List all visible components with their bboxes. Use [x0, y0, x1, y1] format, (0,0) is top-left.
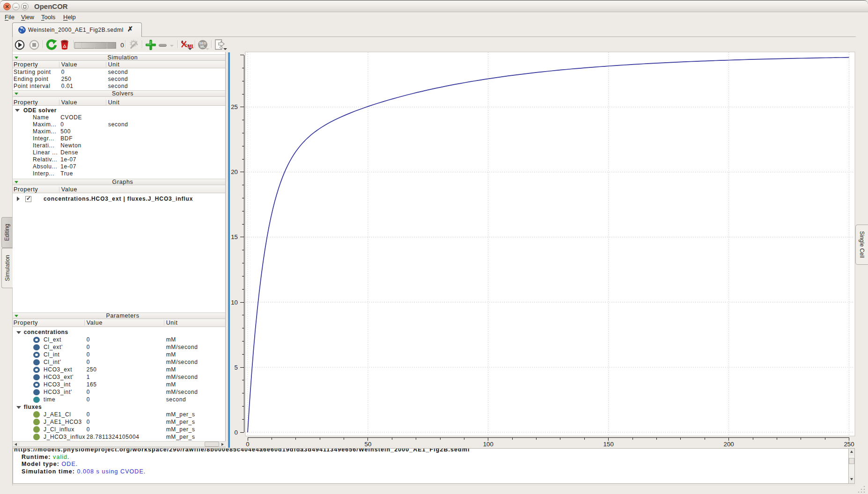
svg-text:20: 20	[231, 168, 238, 175]
svg-text:25: 25	[231, 103, 238, 110]
svg-text:250: 250	[844, 441, 854, 448]
svg-text:200: 200	[724, 441, 734, 448]
svg-text:150: 150	[603, 441, 614, 448]
svg-text:10: 10	[231, 299, 238, 306]
svg-text:5: 5	[235, 364, 238, 371]
svg-text:0: 0	[235, 429, 238, 436]
svg-text:15: 15	[231, 233, 238, 240]
svg-text:100: 100	[483, 441, 493, 448]
svg-text:0: 0	[246, 441, 249, 448]
svg-text:ML: ML	[200, 45, 206, 48]
svg-text:50: 50	[365, 441, 372, 448]
svg-text:SED: SED	[199, 42, 206, 45]
